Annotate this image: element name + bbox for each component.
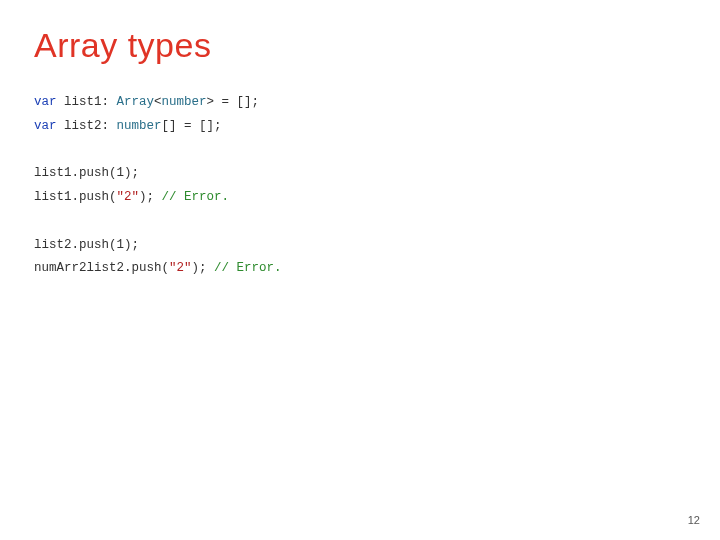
type: number [117,119,162,133]
text: ); [139,190,162,204]
comment: // Error. [214,261,282,275]
code-line-2: var list2: number[] = []; [34,119,222,133]
text: ); [192,261,215,275]
code-line-5: list1.push("2"); // Error. [34,190,229,204]
code-line-4: list1.push(1); [34,166,139,180]
code-line-7: list2.push(1); [34,238,139,252]
type: number [162,95,207,109]
text: [] = []; [162,119,222,133]
string: "2" [169,261,192,275]
slide-title: Array types [34,26,686,65]
keyword: var [34,95,57,109]
type: Array [117,95,155,109]
code-line-1: var list1: Array<number> = []; [34,95,259,109]
code-block: var list1: Array<number> = []; var list2… [34,91,686,281]
comment: // Error. [162,190,230,204]
text: > = []; [207,95,260,109]
text: list1.push( [34,190,117,204]
text: < [154,95,162,109]
text: list2: [57,119,117,133]
text: list1: [57,95,117,109]
string: "2" [117,190,140,204]
text: numArr2list2.push( [34,261,169,275]
code-line-8: numArr2list2.push("2"); // Error. [34,261,282,275]
page-number: 12 [688,514,700,526]
slide: Array types var list1: Array<number> = [… [0,0,720,540]
keyword: var [34,119,57,133]
